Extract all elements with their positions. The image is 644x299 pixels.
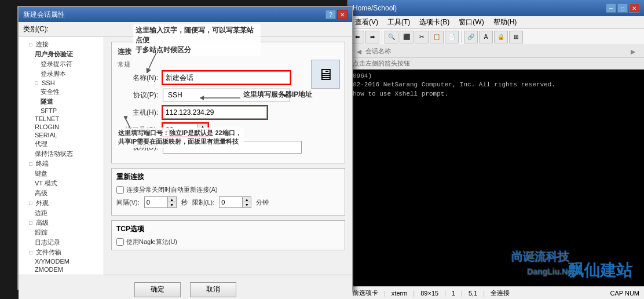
expand-connection-icon: □	[29, 42, 35, 48]
nagle-checkbox[interactable]	[116, 238, 124, 246]
auto-reconnect-checkbox[interactable]	[116, 186, 124, 194]
reconnect-title: 重新连接	[116, 172, 340, 182]
tree-label-filetransfer: 文件传输	[36, 248, 61, 257]
tree-item-connection[interactable]: □ 连接	[21, 39, 101, 49]
toolbar-btn-9[interactable]: A	[479, 31, 493, 43]
tree-item-vt-modes[interactable]: VT 模式	[21, 178, 101, 188]
port-spinner-down[interactable]: ▼	[198, 130, 207, 136]
tree-item-login-prompts[interactable]: 登录提示符	[21, 59, 101, 69]
expand-advanced-icon: □	[29, 220, 35, 226]
protocol-label: 协议(P):	[118, 90, 158, 100]
tree-item-appearance[interactable]: □ 外观	[21, 198, 101, 208]
session-nav-right[interactable]: ►	[627, 47, 639, 56]
tree-label-sftp: SFTP	[41, 107, 57, 114]
tree-label-login-prompts: 登录提示符	[41, 60, 72, 68]
dialog-close-btn[interactable]: ✕	[337, 10, 347, 19]
tree-item-logging[interactable]: 日志记录	[21, 238, 101, 247]
limit-spinner: ▲ ▼	[219, 196, 251, 208]
tree-label-appearance: 外观	[36, 199, 49, 207]
interval-down[interactable]: ▼	[168, 202, 176, 207]
interval-label: 间隔(V):	[116, 198, 140, 207]
toolbar-btn-10[interactable]: 🔒	[494, 31, 508, 43]
desc-input[interactable]	[163, 141, 302, 154]
limit-up[interactable]: ▲	[243, 197, 251, 202]
menu-help[interactable]: 帮助(H)	[489, 16, 522, 28]
category-label: 类别(C):	[23, 25, 49, 33]
tree-item-login-script[interactable]: 登录脚本	[21, 69, 101, 79]
port-spinner-up[interactable]: ▲	[198, 124, 207, 130]
auto-reconnect-label[interactable]: 连接异常关闭时自动重新连接(A)	[116, 185, 218, 194]
session-nav-left[interactable]: ◄	[353, 47, 365, 56]
normal-label: 常规	[118, 60, 339, 69]
port-input[interactable]	[163, 123, 197, 136]
interval-spinner: ▲ ▼	[144, 196, 177, 208]
menu-tools[interactable]: 工具(T)	[383, 16, 415, 28]
toolbar-btn-11[interactable]: ⊞	[509, 31, 523, 43]
toolbar-btn-8[interactable]: 🔗	[464, 31, 478, 43]
dialog-titlebar: 新建会话属性 ? ✕	[19, 7, 352, 22]
tree-item-keepalive[interactable]: 保持活动状态	[21, 149, 101, 159]
tree-item-keyboard[interactable]: 键盘	[21, 169, 101, 178]
tree-item-filetransfer[interactable]: □ 文件传输	[21, 247, 101, 257]
toolbar-btn-5[interactable]: ✂	[415, 31, 429, 43]
tree-item-terminal[interactable]: □ 终端	[21, 159, 101, 169]
toolbar-btn-7[interactable]: 📄	[445, 31, 459, 43]
term-line-2: 02-2016 NetSarang Computer, Inc. All rig…	[353, 81, 639, 89]
limit-down[interactable]: ▼	[243, 202, 251, 207]
port-label: 端口号(O):	[118, 125, 158, 135]
toolbar-btn-3[interactable]: 🔍	[385, 31, 398, 43]
interval-input[interactable]	[144, 196, 167, 208]
tree-item-tunnel[interactable]: 隧道	[21, 97, 101, 107]
cancel-button[interactable]: 取消	[190, 282, 236, 297]
tree-item-sftp[interactable]: SFTP	[21, 107, 101, 115]
protocol-select[interactable]: SSH TELNET RLOGIN SERIAL	[163, 89, 290, 101]
tree-item-telnet[interactable]: TELNET	[21, 115, 101, 123]
tree-label-margins: 边距	[35, 209, 47, 217]
tree-item-ssh[interactable]: □ SSH	[21, 79, 101, 87]
status-term: xterm	[391, 290, 408, 297]
status-row: 1	[452, 290, 455, 297]
menu-tabs[interactable]: 选项卡(B)	[415, 16, 454, 28]
menu-window[interactable]: 窗口(W)	[454, 16, 488, 28]
host-input[interactable]	[163, 106, 267, 119]
limit-input[interactable]	[219, 196, 242, 208]
nagle-label[interactable]: 使用Nagle算法(U)	[116, 238, 340, 246]
tree-label-serial: SERIAL	[35, 132, 57, 138]
right-maximize-btn[interactable]: □	[617, 3, 628, 13]
expand-terminal-icon: □	[29, 161, 35, 167]
status-session: 前选项卡	[353, 289, 378, 297]
toolbar-btn-6[interactable]: 📋	[430, 31, 444, 43]
tree-label-keyboard: 键盘	[35, 169, 47, 178]
tree-item-tracking[interactable]: 跟踪	[21, 228, 101, 238]
tree-item-advanced-term[interactable]: 高级	[21, 188, 101, 198]
tree-item-advanced[interactable]: □ 高级	[21, 218, 101, 228]
tree-item-rlogin[interactable]: RLOGIN	[21, 123, 101, 131]
right-title-text: Home/School)	[353, 4, 606, 12]
tree-item-zmodem[interactable]: ZMODEM	[21, 265, 101, 274]
right-terminal[interactable]: 0964) 02-2016 NetSarang Computer, Inc. A…	[348, 70, 644, 294]
tree-item-margins[interactable]: 边距	[21, 208, 101, 218]
tree-item-serial[interactable]: SERIAL	[21, 131, 101, 139]
tree-label-tracking: 跟踪	[35, 228, 47, 237]
tree-item-auth[interactable]: 用户身份验证	[21, 49, 101, 59]
dialog-help-btn[interactable]: ?	[325, 10, 336, 19]
tree-label-logging: 日志记录	[35, 238, 60, 247]
form-section-label: 连接	[118, 47, 339, 57]
ok-button[interactable]: 确定	[134, 282, 181, 297]
dialog-body: □ 连接 用户身份验证 登录提示符 登录脚本 □ SSH 安全性 隧道	[19, 37, 352, 275]
right-menubar: 查看(V) 工具(T) 选项卡(B) 窗口(W) 帮助(H)	[348, 16, 644, 29]
tree-item-xymodem[interactable]: X/YMODEM	[21, 257, 101, 265]
tree-item-proxy[interactable]: 代理	[21, 139, 101, 149]
name-label: 名称(N):	[118, 73, 158, 83]
form-group-name: 名称(N):	[118, 71, 339, 84]
name-input[interactable]	[163, 71, 290, 84]
right-minimize-btn[interactable]: ─	[606, 3, 616, 13]
interval-up[interactable]: ▲	[168, 197, 176, 202]
tcp-title: TCP选项	[116, 224, 340, 234]
menu-view[interactable]: 查看(V)	[350, 16, 383, 28]
right-close-btn[interactable]: ✕	[629, 3, 639, 13]
dialog-footer: 确定 取消	[19, 275, 352, 299]
tree-item-security[interactable]: 安全性	[21, 87, 101, 97]
toolbar-btn-4[interactable]: ⬛	[400, 31, 414, 43]
toolbar-btn-2[interactable]: ➡	[365, 31, 379, 43]
